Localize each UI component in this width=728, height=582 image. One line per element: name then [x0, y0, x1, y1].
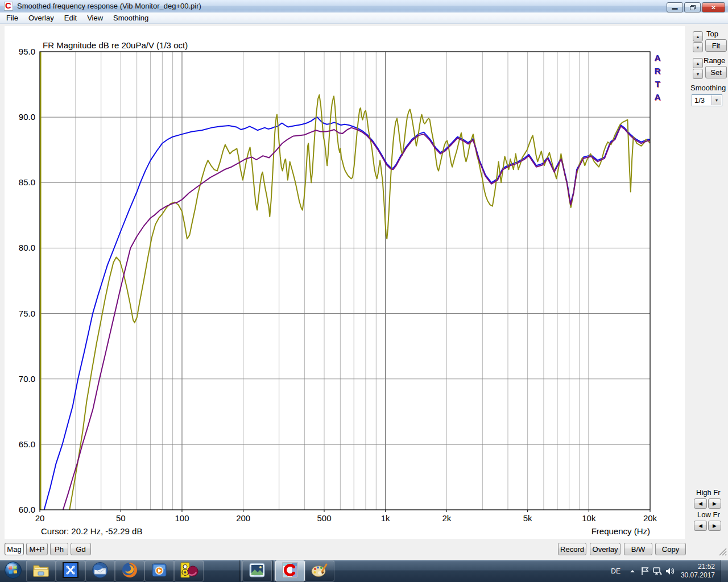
- start-button[interactable]: [0, 560, 26, 582]
- chart-panel[interactable]: 95.090.085.080.075.070.065.060.020501002…: [5, 26, 685, 539]
- smoothing-value: 1/3: [694, 96, 705, 105]
- chevron-down-icon[interactable]: ▼: [712, 95, 721, 105]
- menu-bar: FileOverlayEditViewSmoothing: [0, 13, 728, 24]
- menu-item-edit[interactable]: Edit: [59, 13, 82, 23]
- y-tick-label: 75.0: [19, 309, 35, 318]
- arta-icon: [282, 562, 299, 581]
- top-down-button[interactable]: ▼: [693, 42, 703, 52]
- taskbar-item-speaker-limp[interactable]: [174, 560, 204, 581]
- high-fr-label: High Fr: [696, 488, 721, 497]
- arta-watermark: ARTA: [652, 51, 663, 103]
- x-tick-label: 2k: [442, 513, 451, 523]
- plot-border: [40, 52, 650, 510]
- app-icon: C: [4, 2, 13, 11]
- side-control-panel: Top ▲ ▼ Fit Range ▲ ▼ Set Smoothing 1/3 …: [685, 26, 728, 539]
- restore-icon: [690, 5, 695, 10]
- taskbar-item-arta[interactable]: [275, 560, 305, 581]
- arta-window: C Smoothed frequency response (Vib Monit…: [0, 0, 728, 560]
- speaker-limp-icon: [179, 562, 198, 581]
- ph-view-button[interactable]: Ph: [50, 543, 68, 555]
- show-desktop-button[interactable]: [721, 560, 728, 582]
- taskbar-item-explorer[interactable]: [26, 560, 56, 581]
- taskbar-item-media-player[interactable]: [144, 560, 174, 581]
- y-tick-label: 60.0: [19, 505, 35, 514]
- top-label: Top: [706, 30, 718, 38]
- taskbar-item-measurement-x[interactable]: [56, 560, 85, 581]
- clock-date: 30.07.2017: [681, 571, 715, 580]
- low-fr-left-button[interactable]: ◀: [694, 521, 707, 531]
- range-down-button[interactable]: ▼: [693, 69, 703, 79]
- record-button[interactable]: Record: [558, 543, 586, 555]
- range-label: Range: [704, 56, 725, 65]
- watermark-letter: A: [652, 51, 663, 64]
- paint-icon: [311, 562, 329, 581]
- menu-item-smoothing[interactable]: Smoothing: [108, 13, 154, 23]
- close-button[interactable]: ✕: [702, 2, 725, 13]
- mag-view-button[interactable]: Mag: [5, 543, 24, 555]
- tray-hidden-icons-icon[interactable]: [626, 560, 639, 582]
- measurement-x-icon: [62, 562, 79, 581]
- taskbar-item-thunderbird[interactable]: [85, 560, 115, 581]
- bottom-button-bar: MagM+PPhGdRecordOverlayB/WCopy: [0, 539, 728, 560]
- gd-view-button[interactable]: Gd: [71, 543, 91, 555]
- taskbar-item-paint[interactable]: [305, 560, 334, 581]
- y-tick-label: 80.0: [19, 243, 35, 252]
- system-tray: DE 21:52 30.07.2017: [605, 560, 728, 582]
- taskbar-item-firefox[interactable]: [115, 560, 144, 581]
- x-tick-label: 200: [236, 513, 250, 523]
- menu-item-overlay[interactable]: Overlay: [23, 13, 59, 23]
- series-overlay-response-olive: [69, 95, 650, 510]
- watermark-letter: R: [652, 64, 663, 77]
- taskbar-item-image-viewer[interactable]: [242, 560, 272, 581]
- b-w-button[interactable]: B/W: [624, 543, 652, 555]
- cursor-readout: Cursor: 20.2 Hz, -52.29 dB: [41, 526, 142, 536]
- tray-network-icon[interactable]: [651, 560, 664, 582]
- taskbar-gap: [204, 560, 239, 581]
- y-tick-label: 95.0: [19, 47, 35, 56]
- resize-grip[interactable]: [718, 547, 727, 556]
- y-tick-label: 70.0: [19, 374, 35, 384]
- taskbar-separator: [272, 560, 275, 581]
- window-title: Smoothed frequency response (Vib Monitor…: [17, 2, 201, 10]
- x-tick-label: 50: [116, 513, 126, 523]
- windows-logo-icon: [4, 561, 22, 581]
- minimize-button[interactable]: ▬: [667, 2, 683, 13]
- watermark-letter: A: [652, 90, 663, 103]
- top-up-button[interactable]: ▲: [693, 31, 703, 41]
- range-up-button[interactable]: ▲: [693, 58, 703, 68]
- x-axis-title: Frequency (Hz): [592, 526, 650, 536]
- x-tick-label: 10k: [582, 513, 596, 523]
- title-bar[interactable]: C Smoothed frequency response (Vib Monit…: [0, 0, 728, 13]
- image-viewer-icon: [249, 562, 266, 581]
- language-indicator[interactable]: DE: [605, 567, 626, 575]
- thunderbird-icon: [92, 562, 109, 581]
- high-fr-right-button[interactable]: ▶: [708, 498, 721, 509]
- y-tick-label: 85.0: [19, 177, 35, 187]
- overlay-button[interactable]: Overlay: [590, 543, 621, 555]
- fit-button[interactable]: Fit: [705, 39, 727, 52]
- explorer-icon: [32, 562, 50, 581]
- taskbar: DE 21:52 30.07.2017: [0, 560, 728, 582]
- chart-title: FR Magnitude dB re 20uPa/V (1/3 oct): [43, 40, 188, 50]
- low-fr-label: Low Fr: [697, 510, 720, 519]
- high-fr-left-button[interactable]: ◀: [694, 498, 707, 509]
- x-tick-label: 20: [35, 513, 45, 523]
- restore-button[interactable]: [684, 2, 701, 13]
- low-fr-right-button[interactable]: ▶: [708, 521, 721, 531]
- m-p-view-button[interactable]: M+P: [26, 543, 48, 555]
- firefox-icon: [121, 562, 138, 581]
- copy-button[interactable]: Copy: [655, 543, 686, 555]
- tray-volume-icon[interactable]: [664, 560, 676, 582]
- y-tick-label: 65.0: [19, 439, 35, 449]
- smoothing-dropdown[interactable]: 1/3 ▼: [692, 94, 722, 106]
- media-player-icon: [151, 562, 168, 581]
- tray-action-center-flag-icon[interactable]: [639, 560, 651, 582]
- clock[interactable]: 21:52 30.07.2017: [676, 563, 721, 580]
- fr-chart[interactable]: 95.090.085.080.075.070.065.060.020501002…: [5, 26, 685, 539]
- set-button[interactable]: Set: [705, 66, 727, 78]
- menu-item-file[interactable]: File: [1, 13, 23, 23]
- clock-time: 21:52: [681, 563, 715, 571]
- x-tick-label: 500: [317, 513, 331, 523]
- menu-item-view[interactable]: View: [82, 13, 108, 23]
- y-tick-label: 90.0: [19, 112, 35, 122]
